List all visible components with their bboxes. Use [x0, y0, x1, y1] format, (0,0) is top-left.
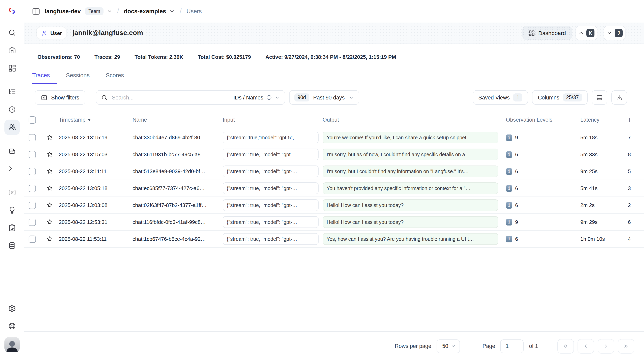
sidebar-search-icon[interactable] — [4, 25, 20, 40]
trace-name-cell: chat:116fbfdc-0fd3-41af-99c8… — [132, 219, 223, 225]
user-stats-row: Observations: 70 Traces: 29 Total Tokens… — [24, 44, 644, 67]
download-icon — [616, 94, 623, 101]
favorite-star-icon[interactable] — [40, 185, 59, 192]
user-avatar[interactable] — [4, 337, 20, 352]
row-checkbox[interactable] — [28, 134, 36, 141]
search-box[interactable]: IDs / Names — [96, 90, 285, 105]
search-icon — [101, 94, 108, 101]
column-header-input[interactable]: Input — [223, 117, 322, 123]
favorite-star-icon[interactable] — [40, 134, 59, 141]
chevron-down-icon — [606, 30, 612, 36]
breadcrumb-org[interactable]: langfuse-dev — [45, 8, 81, 14]
favorite-star-icon[interactable] — [40, 202, 59, 208]
column-header-observation-levels[interactable]: Observation Levels — [506, 117, 580, 123]
show-filters-label: Show filters — [51, 94, 79, 100]
favorite-star-icon[interactable] — [40, 236, 59, 242]
rows-per-page-select[interactable]: 50 — [436, 339, 460, 353]
user-header: User jannik@langfuse.com Dashboard K J — [24, 22, 644, 44]
select-all-checkbox[interactable] — [28, 116, 36, 124]
sidebar-tracing-icon[interactable] — [4, 84, 20, 100]
breadcrumb-project[interactable]: docs-examples — [124, 8, 166, 14]
chevron-down-icon[interactable] — [107, 8, 112, 14]
latency-cell: 5m 41s — [580, 185, 628, 191]
table-row[interactable]: 2025-08-22 13:03:08 chat:02f63f47-87b2-4… — [24, 197, 644, 214]
sidebar-toggle-icon[interactable] — [32, 7, 40, 16]
output-cell: Hello! How can I assist you today? — [322, 216, 498, 228]
saved-views-button[interactable]: Saved Views 1 — [473, 90, 528, 105]
level-count: 6 — [515, 185, 518, 191]
last-page-button[interactable] — [618, 339, 634, 353]
sidebar-dashboards-icon[interactable] — [4, 60, 20, 76]
input-cell: {"stream": true, "model": "gpt-… — [223, 216, 318, 228]
previous-page-button[interactable] — [578, 339, 594, 353]
column-header-timestamp[interactable]: Timestamp — [59, 117, 132, 123]
sidebar-annotation-icon[interactable] — [4, 220, 20, 236]
table-row[interactable]: 2025-08-22 11:53:11 chat:1cb67476-b5ce-4… — [24, 231, 644, 248]
level-count: 9 — [515, 219, 518, 225]
main-area: langfuse-dev Team / docs-examples / User… — [24, 0, 644, 362]
observation-levels-cell: i9 — [506, 219, 580, 225]
sidebar-playground-icon[interactable] — [4, 161, 20, 176]
sidebar-prompts-icon[interactable] — [4, 143, 20, 159]
column-header-latency[interactable]: Latency — [580, 117, 628, 123]
tab-scores[interactable]: Scores — [106, 67, 124, 84]
trace-name-cell: chat:513e84e9-9039-42d0-bf… — [132, 168, 223, 174]
row-checkbox[interactable] — [28, 184, 36, 192]
sidebar-home-icon[interactable] — [4, 43, 20, 58]
page-number-input[interactable] — [500, 339, 524, 353]
sidebar-datasets-icon[interactable] — [4, 238, 20, 253]
sidebar-llm-judge-icon[interactable] — [4, 202, 20, 218]
sidebar-settings-icon[interactable] — [4, 301, 20, 316]
favorite-star-icon[interactable] — [40, 151, 59, 158]
search-scope-dropdown[interactable]: IDs / Names — [234, 94, 280, 100]
tab-traces[interactable]: Traces — [32, 67, 50, 84]
sidebar-users-icon[interactable] — [4, 120, 20, 135]
truncated-cell: 7 — [628, 134, 644, 140]
column-header-output[interactable]: Output — [322, 117, 506, 123]
info-level-badge: i — [506, 185, 512, 192]
dashboard-button[interactable]: Dashboard — [522, 26, 572, 40]
output-cell: I'm sorry, but as of now, I couldn't fin… — [322, 148, 498, 160]
table-row[interactable]: 2025-08-22 13:15:03 chat:3611931b-bc77-4… — [24, 146, 644, 163]
table-row[interactable]: 2025-08-22 13:15:19 chat:330bd4e7-d869-4… — [24, 129, 644, 146]
chevron-down-icon[interactable] — [169, 8, 175, 14]
chevron-left-icon — [583, 343, 589, 349]
table-row[interactable]: 2025-08-22 13:11:11 chat:513e84e9-9039-4… — [24, 163, 644, 180]
timestamp-cell: 2025-08-22 11:53:11 — [59, 236, 132, 242]
next-page-button[interactable] — [598, 339, 614, 353]
info-icon — [266, 95, 272, 100]
row-checkbox[interactable] — [28, 168, 36, 175]
user-icon — [41, 30, 48, 36]
show-filters-button[interactable]: Show filters — [35, 90, 86, 105]
row-height-button[interactable] — [592, 90, 607, 105]
stat-observations: Observations: 70 — [38, 54, 80, 60]
favorite-star-icon[interactable] — [40, 168, 59, 175]
column-header-truncated[interactable]: T — [628, 117, 644, 123]
observation-levels-cell: i6 — [506, 202, 580, 208]
truncated-cell: 4 — [628, 236, 644, 242]
date-range-label: Past 90 days — [313, 94, 344, 100]
row-checkbox[interactable] — [28, 218, 36, 226]
row-checkbox[interactable] — [28, 151, 36, 158]
columns-button[interactable]: Columns 25/37 — [532, 90, 588, 105]
first-page-button[interactable] — [558, 339, 574, 353]
truncated-cell: 5 — [628, 168, 644, 174]
stat-total-tokens: Total Tokens: 2.39K — [134, 54, 183, 60]
table-row[interactable]: 2025-08-22 13:05:18 chat:ec685f77-7374-4… — [24, 180, 644, 197]
tab-sessions[interactable]: Sessions — [66, 67, 90, 84]
favorite-star-icon[interactable] — [40, 219, 59, 226]
expand-down-button[interactable]: J — [604, 26, 626, 40]
export-button[interactable] — [612, 90, 627, 105]
column-header-name[interactable]: Name — [132, 117, 223, 123]
sidebar-sessions-icon[interactable] — [4, 102, 20, 117]
sidebar-evaluation-icon[interactable] — [4, 185, 20, 200]
date-range-badge: 90d — [294, 94, 309, 102]
table-row[interactable]: 2025-08-22 12:53:31 chat:116fbfdc-0fd3-4… — [24, 214, 644, 231]
date-range-dropdown[interactable]: 90d Past 90 days — [289, 90, 359, 105]
page-label: Page — [482, 343, 495, 349]
expand-up-button[interactable]: K — [576, 26, 597, 40]
row-checkbox[interactable] — [28, 202, 36, 209]
search-input[interactable] — [111, 94, 230, 101]
sidebar-support-icon[interactable] — [4, 318, 20, 334]
row-checkbox[interactable] — [28, 235, 36, 242]
